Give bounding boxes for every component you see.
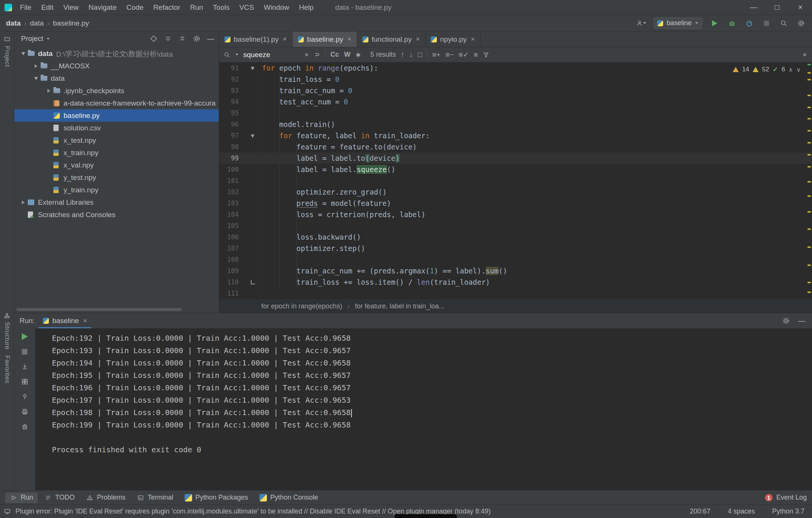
code-line-106[interactable]: 106 loss.backward()	[219, 231, 812, 243]
error-stripe[interactable]	[806, 62, 812, 299]
toolwindow-button-python-packages[interactable]: Python Packages	[180, 492, 253, 503]
search-everywhere-button[interactable]	[779, 18, 789, 28]
tree-item-y-train-npy[interactable]: y_train.npy	[14, 184, 219, 196]
toolwindow-button-run[interactable]: Run	[5, 492, 38, 503]
code-line-102[interactable]: 102 optimizer.zero_grad()	[219, 186, 812, 198]
filter-icon[interactable]	[483, 51, 489, 58]
tree-item-x-test-npy[interactable]: x_test.npy	[14, 134, 219, 146]
tree-item-solution-csv[interactable]: solution.csv	[14, 122, 219, 134]
run-tab[interactable]: baseline ×	[38, 313, 91, 328]
line-number[interactable]: 107	[219, 243, 243, 254]
toolwindow-button-problems[interactable]: Problems	[82, 492, 130, 503]
multiline-toggle[interactable]: ≡	[474, 51, 478, 59]
breadcrumb-item-data-0[interactable]: data	[6, 19, 21, 27]
close-tab-icon[interactable]: ×	[416, 35, 420, 43]
expander-down-icon[interactable]	[32, 72, 41, 85]
line-number[interactable]: 91	[219, 62, 243, 74]
indent-info[interactable]: 4 spaces	[728, 507, 755, 515]
hide-run-panel-button[interactable]: —	[798, 317, 805, 325]
code-line-95[interactable]: 95	[219, 107, 812, 119]
scroll-to-end-button[interactable]	[20, 362, 29, 371]
line-number[interactable]: 94	[219, 96, 243, 107]
maximize-button[interactable]: □	[765, 0, 789, 15]
clear-search-icon[interactable]: ×	[304, 51, 309, 59]
line-number[interactable]: 105	[219, 220, 243, 231]
project-tree[interactable]: dataD:\学习\硕士\硕士论文\数据分析\data__MACOSXdata.…	[14, 46, 219, 313]
tree-item-scratches-and-consoles[interactable]: Scratches and Consoles	[14, 208, 219, 221]
code-line-93[interactable]: 93 train_acc_num = 0	[219, 85, 812, 96]
toolwindow-button-terminal[interactable]: Terminal	[132, 492, 178, 503]
inspections-widget[interactable]: 14 52 ✓ 6 ∧ ∨	[733, 65, 801, 74]
add-occurrence-button[interactable]: ≡+	[432, 51, 441, 59]
match-case-toggle[interactable]: Cc	[330, 51, 339, 59]
code-line-103[interactable]: 103 preds = model(feature)	[219, 198, 812, 209]
previous-problem-button[interactable]: ∧	[789, 66, 793, 73]
fold-marker[interactable]	[243, 62, 262, 74]
debug-button[interactable]	[727, 18, 737, 28]
expand-all-button[interactable]	[164, 35, 172, 42]
code-line-105[interactable]: 105	[219, 220, 812, 231]
stop-button[interactable]	[762, 18, 771, 28]
code-line-104[interactable]: 104 loss = criterion(preds, label)	[219, 209, 812, 220]
pin-button[interactable]	[20, 392, 29, 401]
expander-right-icon[interactable]	[44, 85, 53, 97]
line-number[interactable]: 109	[219, 265, 243, 276]
close-tab-icon[interactable]: ×	[347, 35, 351, 43]
line-number[interactable]: 100	[219, 164, 243, 175]
clear-console-button[interactable]	[20, 422, 29, 431]
close-tab-icon[interactable]: ×	[471, 35, 475, 43]
console-output[interactable]: Epoch:192 | Train Loss:0.0000 | Train Ac…	[35, 328, 812, 490]
minimize-button[interactable]: —	[742, 0, 765, 15]
code-line-98[interactable]: 98 feature = feature.to(device)	[219, 141, 812, 153]
toolwindow-switcher-icon[interactable]	[4, 508, 11, 515]
line-number[interactable]: 92	[219, 74, 243, 85]
editor-tab-baseline-1-py[interactable]: baseline(1).py×	[219, 32, 292, 47]
menu-help[interactable]: Help	[294, 0, 318, 15]
horizontal-scrollbar[interactable]	[17, 308, 182, 311]
tree-item-data[interactable]: data	[14, 72, 219, 85]
search-history-icon[interactable]	[235, 54, 238, 56]
line-number[interactable]: 102	[219, 186, 243, 198]
tree-item-macosx[interactable]: __MACOSX	[14, 60, 219, 72]
tree-item-x-train-npy[interactable]: x_train.npy	[14, 146, 219, 159]
next-match-button[interactable]: ↓	[409, 51, 413, 59]
print-button[interactable]	[20, 407, 29, 416]
profiler-button[interactable]	[744, 18, 754, 28]
line-number[interactable]: 93	[219, 85, 243, 96]
line-number[interactable]: 110	[219, 276, 243, 288]
toolwindow-button-python-console[interactable]: Python Console	[255, 492, 323, 503]
code-line-109[interactable]: 109 train_acc_num += (preds.argmax(1) ==…	[219, 265, 812, 276]
menu-vcs[interactable]: VCS	[235, 0, 259, 15]
line-number[interactable]: 95	[219, 107, 243, 119]
run-button[interactable]	[710, 18, 720, 28]
line-number[interactable]: 101	[219, 175, 243, 186]
open-in-find-window-button[interactable]: □	[418, 51, 422, 59]
expander-right-icon[interactable]	[19, 196, 28, 208]
close-button[interactable]: ×	[789, 0, 812, 15]
line-number[interactable]: 97	[219, 130, 243, 141]
close-search-button[interactable]: ×	[803, 51, 807, 59]
tree-item-x-val-npy[interactable]: x_val.npy	[14, 159, 219, 171]
code-line-97[interactable]: 97 for feature, label in train_loader:	[219, 130, 812, 141]
tree-item-data[interactable]: dataD:\学习\硕士\硕士论文\数据分析\data	[14, 47, 219, 60]
settings-button[interactable]	[796, 18, 806, 28]
whole-words-toggle[interactable]: W	[344, 51, 350, 59]
close-tab-icon[interactable]: ×	[283, 35, 287, 43]
regex-toggle[interactable]: ∗	[355, 51, 361, 59]
collapse-all-button[interactable]	[179, 35, 186, 42]
code-editor[interactable]: 91for epoch in range(epochs):92 train_lo…	[219, 62, 812, 299]
stop-button[interactable]	[20, 347, 29, 356]
line-number[interactable]: 104	[219, 209, 243, 220]
event-log-button[interactable]: 1 Event Log	[765, 494, 807, 501]
fold-marker[interactable]	[243, 276, 262, 288]
line-number[interactable]: 96	[219, 119, 243, 130]
editor-tab-functional-py[interactable]: functional.py×	[357, 32, 426, 47]
restore-layout-button[interactable]	[20, 377, 29, 386]
line-number[interactable]: 106	[219, 231, 243, 243]
code-line-91[interactable]: 91for epoch in range(epochs):	[219, 62, 812, 74]
menu-run[interactable]: Run	[185, 0, 208, 15]
tree-item-a-data-science-framework-to-achieve-99-accura[interactable]: a-data-science-framework-to-achieve-99-a…	[14, 97, 219, 109]
editor-tab-baseline-py[interactable]: baseline.py×	[292, 32, 357, 47]
interpreter-info[interactable]: Python 3.7	[772, 507, 804, 515]
toolwindow-button-todo[interactable]: TODO	[40, 492, 79, 503]
